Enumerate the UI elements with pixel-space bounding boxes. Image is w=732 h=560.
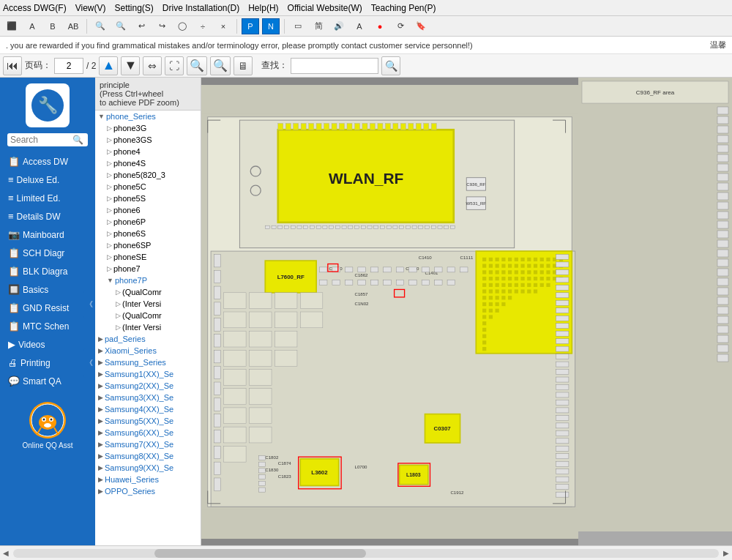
menu-teaching-pen[interactable]: Teaching Pen(P) (371, 3, 436, 13)
pdf-next-page[interactable]: ▼ (121, 56, 140, 75)
scroll-left-arrow[interactable]: ◀ (0, 548, 12, 559)
sidebar-item-smart-qa[interactable]: 💬 Smart QA (4, 373, 92, 389)
toolbar-text[interactable]: A (351, 18, 368, 34)
toolbar-redo[interactable]: ↪ (153, 18, 171, 34)
sidebar-item-blk-diagra[interactable]: 📋 BLK Diagra (4, 263, 92, 280)
tree-node[interactable]: ▷(QualComr (95, 286, 201, 298)
bottom-scrollbar[interactable]: ◀ ▶ (0, 545, 732, 560)
tree-node[interactable]: ▷phone3G (95, 122, 201, 134)
menu-setting[interactable]: Setting(S) (114, 3, 153, 13)
tree-node[interactable]: ▷(QualComr (95, 310, 201, 321)
menu-view[interactable]: View(V) (75, 3, 106, 13)
tree-node[interactable]: ▶Huawei_Series (95, 474, 201, 485)
toolbar-btn-p[interactable]: P (242, 18, 259, 34)
tree-node[interactable]: ▷phone6 (95, 204, 201, 216)
toolbar-div[interactable]: ÷ (194, 18, 212, 34)
sidebar-item-details-dw[interactable]: ≡ Details DW (4, 208, 92, 225)
tree-node[interactable]: ▷phone5(820_3 (95, 169, 201, 181)
pdf-prev-page[interactable]: ▲ (99, 56, 118, 75)
tree-node[interactable]: ▶Samsung2(XX)_Se (95, 380, 201, 392)
pdf-zoom-out[interactable]: 🔍 (210, 56, 231, 75)
tree-node[interactable]: ▷(Inter Versi (95, 298, 201, 310)
scroll-right-arrow[interactable]: ▶ (720, 548, 732, 559)
pdf-search-input[interactable] (291, 58, 378, 74)
tree-node[interactable]: ▶Samsung_Series (95, 356, 201, 368)
tree-node[interactable]: ▷phone5S (95, 193, 201, 204)
tree-node[interactable]: ▶Samsung6(XX)_Se (95, 427, 201, 438)
tree-node[interactable]: ▶Xiaomi_Series (95, 345, 201, 356)
menu-access-dwg[interactable]: Access DWG(F) (3, 3, 67, 13)
sidebar-item-mtc-schen[interactable]: 📋 MTC Schen (4, 318, 92, 335)
sidebar-item-gnd-resist[interactable]: 📋 GND Resist (4, 299, 92, 316)
tree-panel[interactable]: principle (Press Ctrl+wheel to achieve P… (95, 78, 201, 545)
toolbar-refresh[interactable]: ⟳ (392, 18, 409, 34)
tree-node[interactable]: ▶Samsung3(XX)_Se (95, 392, 201, 403)
collapse-arrow-bottom[interactable]: 《 (83, 348, 95, 378)
toolbar-zoom-out[interactable]: 🔍 (112, 18, 130, 34)
scrollbar-track[interactable] (13, 549, 719, 558)
sidebar-item-deluxe-ed[interactable]: ≡ Deluxe Ed. (4, 171, 92, 188)
toolbar-zoom-in[interactable]: 🔍 (92, 18, 109, 34)
svg-rect-313 (717, 250, 728, 257)
toolbar-red[interactable]: ● (371, 18, 389, 34)
pdf-first-page[interactable]: ⏮ (3, 56, 22, 75)
toolbar-audio[interactable]: 🔊 (330, 18, 348, 34)
pdf-page-input[interactable] (54, 58, 83, 74)
tree-node[interactable]: ▼phone_Series (95, 111, 201, 122)
pdf-zoom-in[interactable]: 🔍 (187, 56, 207, 75)
tree-node[interactable]: ▶Samsung1(XX)_Se (95, 368, 201, 380)
tree-node[interactable]: ▶OPPO_Series (95, 485, 201, 497)
tree-node[interactable]: ▷phone4S (95, 157, 201, 169)
tree-node[interactable]: ▷phone6P (95, 216, 201, 228)
tree-node[interactable]: ▷phoneSE (95, 251, 201, 263)
svg-rect-148 (482, 347, 486, 351)
sidebar-item-sch-diagr[interactable]: 📋 SCH Diagr (4, 244, 92, 261)
toolbar-undo[interactable]: ↩ (132, 18, 150, 34)
search-input[interactable] (10, 135, 72, 145)
tree-node[interactable]: ▷(Inter Versi (95, 321, 201, 333)
tree-node[interactable]: ▷phone7 (95, 263, 201, 275)
tree-node[interactable]: ▶Samsung8(XX)_Se (95, 450, 201, 462)
pdf-fit-page[interactable]: ⇔ (143, 56, 162, 75)
toolbar-btn-n[interactable]: N (262, 18, 280, 34)
sidebar-item-videos[interactable]: ▶ Videos (4, 336, 92, 353)
tree-node[interactable]: ▶Samsung5(XX)_Se (95, 415, 201, 427)
toolbar-btn-a[interactable]: A (23, 18, 41, 34)
tree-node[interactable]: ▶Samsung9(XX)_Se (95, 462, 201, 474)
pdf-fit-width[interactable]: ⛶ (165, 56, 184, 75)
toolbar-btn-ab[interactable]: AB (64, 18, 82, 34)
pdf-search-btn[interactable]: 🔍 (381, 56, 400, 75)
svg-rect-159 (345, 266, 352, 272)
toolbar-btn-b[interactable]: B (44, 18, 61, 34)
sidebar-item-mainboard[interactable]: 📷 Mainboard (4, 226, 92, 243)
toolbar-simple[interactable]: 简 (310, 18, 327, 34)
sidebar-item-access-dw[interactable]: 📋 Access DW (4, 153, 92, 170)
menu-drive-installation[interactable]: Drive Installation(D) (163, 3, 239, 13)
pdf-fit-actual[interactable]: 🖥 (234, 56, 253, 75)
svg-rect-203 (249, 292, 272, 308)
sidebar-item-basics[interactable]: 🔲 Basics (4, 281, 92, 298)
tree-node[interactable]: ▶Samsung4(XX)_Se (95, 403, 201, 415)
tree-node[interactable]: ▷phone5C (95, 181, 201, 193)
menu-official-website[interactable]: Official Website(W) (288, 3, 362, 13)
menu-help[interactable]: Help(H) (248, 3, 278, 13)
tree-node[interactable]: ▶pad_Series (95, 333, 201, 345)
toolbar-btn-new[interactable]: ⬛ (3, 18, 20, 34)
sidebar-item-printing[interactable]: 🖨 Printing (4, 354, 92, 371)
collapse-arrow-top[interactable]: 《 (83, 290, 95, 319)
tree-node[interactable]: ▷phone3GS (95, 134, 201, 146)
toolbar-bookmark[interactable]: 🔖 (412, 18, 430, 34)
tree-node[interactable]: ▷phone4 (95, 146, 201, 157)
tree-node[interactable]: ▼phone7P (95, 275, 201, 286)
tree-node[interactable]: ▶Samsung7(XX)_Se (95, 438, 201, 450)
tree-container[interactable]: ▼phone_Series▷phone3G▷phone3GS▷phone4▷ph… (95, 111, 201, 497)
sidebar-item-limited-ed[interactable]: ≡ Limited Ed. (4, 190, 92, 206)
tree-node[interactable]: ▷phone6SP (95, 239, 201, 251)
search-box[interactable]: 🔍 (7, 133, 88, 146)
toolbar-rect[interactable]: ▭ (289, 18, 307, 34)
toolbar-circle[interactable]: ◯ (173, 18, 191, 34)
tree-node[interactable]: ▷phone6S (95, 228, 201, 239)
toolbar-mul[interactable]: × (214, 18, 232, 34)
svg-rect-264 (310, 225, 314, 228)
scrollbar-thumb[interactable] (154, 549, 366, 558)
